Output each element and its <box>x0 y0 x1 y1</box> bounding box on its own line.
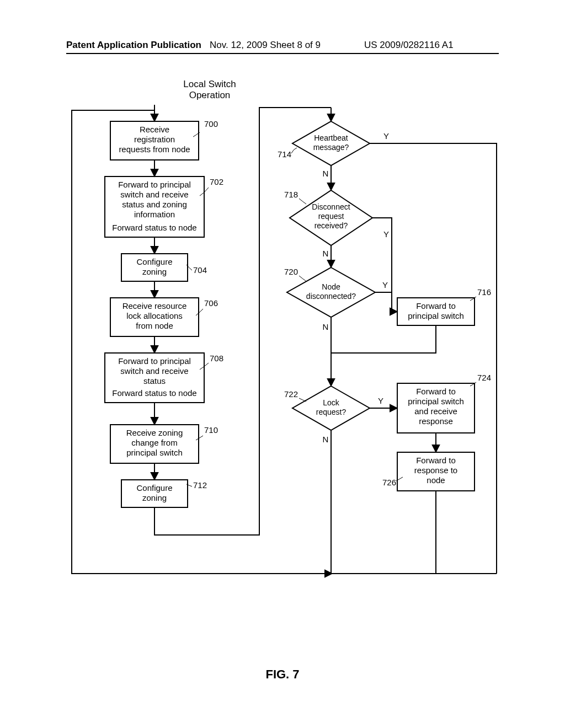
ref-718: 718 <box>284 190 298 199</box>
box-716-text: Forward to <box>416 301 456 311</box>
svg-text:node: node <box>427 475 445 485</box>
line-716-down <box>364 325 436 353</box>
svg-text:Forward status to node: Forward status to node <box>112 388 196 398</box>
svg-text:principal switch: principal switch <box>408 311 464 320</box>
svg-text:Y: Y <box>378 396 383 405</box>
ref-724: 724 <box>477 373 491 382</box>
ref-708: 708 <box>210 354 223 363</box>
svg-text:message?: message? <box>313 143 349 152</box>
svg-text:request?: request? <box>316 408 347 416</box>
ref-714: 714 <box>278 149 291 159</box>
box-704-text: Configure <box>136 257 172 266</box>
svg-text:switch and receive: switch and receive <box>120 366 188 376</box>
svg-text:response to: response to <box>414 465 457 475</box>
header-patent-number: US 2009/0282116 A1 <box>364 40 454 51</box>
svg-text:lock allocations: lock allocations <box>126 311 183 320</box>
ref-706: 706 <box>204 298 218 308</box>
ref-702: 702 <box>210 177 223 186</box>
flowchart: Local Switch Operation Receive registrat… <box>55 77 508 662</box>
svg-text:received?: received? <box>315 221 348 230</box>
svg-text:principal switch: principal switch <box>408 397 464 406</box>
box-708-text: Forward to principal <box>118 356 191 366</box>
ref-726: 726 <box>382 478 396 487</box>
svg-text:principal switch: principal switch <box>126 448 183 457</box>
svg-text:status: status <box>143 376 166 386</box>
ref-710: 710 <box>204 425 218 435</box>
line-720-n <box>331 317 364 353</box>
svg-text:switch and receive: switch and receive <box>120 190 188 199</box>
box-710-text: Receive zoning <box>126 428 183 437</box>
box-724-text: Forward to <box>416 387 456 396</box>
diagram-title-line1: Local Switch <box>183 79 236 89</box>
svg-text:disconnected?: disconnected? <box>306 292 356 301</box>
svg-text:Y: Y <box>383 229 389 239</box>
diamond-714-text: Heartbeat <box>314 133 348 142</box>
svg-text:Y: Y <box>383 131 389 141</box>
diamond-718-text: Disconnect <box>312 202 350 211</box>
svg-text:N: N <box>323 322 329 331</box>
header-publication: Patent Application Publication <box>66 40 201 51</box>
svg-text:zoning: zoning <box>142 493 167 502</box>
ref-722: 722 <box>284 389 298 399</box>
svg-text:N: N <box>323 435 329 444</box>
svg-text:and receive: and receive <box>414 406 457 416</box>
svg-text:status and zoning: status and zoning <box>122 200 187 209</box>
box-700-text: Receive <box>140 125 169 134</box>
svg-text:information: information <box>134 210 175 219</box>
svg-text:registration: registration <box>134 135 175 144</box>
line-714-y-loop <box>370 143 497 574</box>
header-date-sheet: Nov. 12, 2009 Sheet 8 of 9 <box>210 40 321 51</box>
figure-label: FIG. 7 <box>0 667 565 682</box>
box-706-text: Receive resource <box>122 301 187 311</box>
ref-716: 716 <box>477 287 491 297</box>
diamond-720-text: Node <box>322 282 340 291</box>
svg-text:Y: Y <box>382 280 388 290</box>
diagram-title-line2: Operation <box>189 90 231 100</box>
ref-704: 704 <box>193 265 207 275</box>
svg-text:response: response <box>419 416 453 426</box>
arrow-720-716 <box>375 292 397 312</box>
svg-text:zoning: zoning <box>142 267 167 276</box>
diamond-722-text: Lock <box>323 398 340 407</box>
svg-text:N: N <box>323 169 329 178</box>
ref-700: 700 <box>204 119 218 129</box>
svg-text:from node: from node <box>136 321 173 330</box>
svg-text:Forward status to node: Forward status to node <box>112 223 196 232</box>
svg-text:N: N <box>323 249 329 258</box>
box-726-text: Forward to <box>416 456 456 465</box>
svg-text:change from: change from <box>131 438 177 447</box>
box-712-text: Configure <box>136 483 172 493</box>
svg-text:requests from node: requests from node <box>119 144 190 154</box>
svg-text:request: request <box>318 212 344 221</box>
page: Patent Application Publication Nov. 12, … <box>0 0 565 728</box>
header-rule <box>66 53 499 54</box>
ref-720: 720 <box>284 267 298 276</box>
box-702-text: Forward to principal <box>118 180 191 189</box>
ref-712: 712 <box>193 480 207 490</box>
